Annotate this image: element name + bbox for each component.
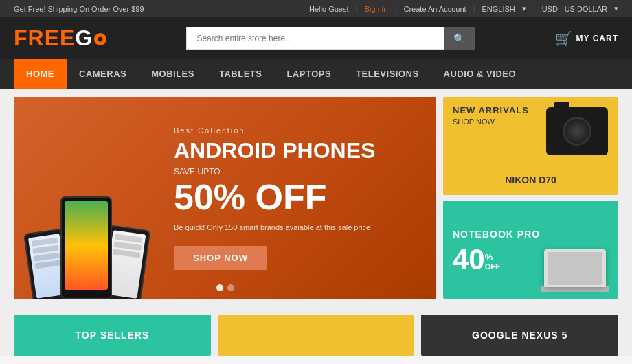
nav-tablets[interactable]: TABLETS (207, 59, 274, 89)
language-chevron: ▾ (522, 4, 526, 13)
logo-dot-icon (94, 33, 106, 45)
hero-title: ANDROID PHONES (174, 139, 375, 163)
search-input[interactable] (186, 27, 444, 50)
currency-selector[interactable]: USD - US DOLLAR (542, 5, 607, 13)
hero-banner: Best Collection ANDROID PHONES SAVE UPTO… (14, 97, 436, 299)
cart-area[interactable]: 🛒 MY CART (555, 30, 618, 47)
hero-save-text: SAVE UPTO (174, 167, 375, 177)
top-bar-right: Hello Guest | Sign In | Create An Accoun… (309, 4, 618, 13)
phone-center (60, 196, 112, 299)
bottom-section: TOP SELLERS GOOGLE NEXUS 5 (0, 308, 632, 356)
laptop-image (537, 237, 613, 292)
nav-laptops[interactable]: LAPTOPS (274, 59, 343, 89)
language-selector[interactable]: ENGLISH (482, 5, 515, 13)
promo-text: Get Free! Shipping On Order Over $99 (14, 5, 144, 13)
hero-description: Be quick! Only 150 smart brands avaiable… (174, 222, 375, 234)
hero-dot-1[interactable] (216, 284, 223, 291)
logo-free-text: FREE (14, 25, 75, 50)
discount-percent: % (485, 252, 500, 262)
bottom-card-nexus[interactable]: GOOGLE NEXUS 5 (421, 315, 618, 356)
cart-label: MY CART (576, 34, 618, 43)
notebook-title: NOTEBOOK PRO (453, 229, 540, 240)
search-button[interactable]: 🔍 (444, 27, 475, 50)
bottom-card-top-sellers[interactable]: TOP SELLERS (14, 315, 211, 356)
cart-icon-wrap: 🛒 MY CART (555, 30, 618, 47)
hero-text: Best Collection ANDROID PHONES SAVE UPTO… (146, 106, 396, 291)
camera-image (543, 104, 611, 159)
new-arrivals-shop-now[interactable]: SHOP NOW (453, 117, 495, 126)
navigation: HOME CAMERAS MOBILES TABLETS LAPTOPS TEL… (0, 59, 632, 89)
discount-off: OFF (485, 262, 500, 271)
main-content: Best Collection ANDROID PHONES SAVE UPTO… (0, 89, 632, 308)
phone-center-screen (65, 201, 108, 290)
currency-chevron: ▾ (614, 4, 618, 13)
panel-notebook: NOTEBOOK PRO 40 % OFF (443, 201, 618, 299)
notebook-text: NOTEBOOK PRO 40 % OFF (453, 229, 540, 274)
hero-subtitle: Best Collection (174, 126, 375, 135)
search-bar: 🔍 (186, 27, 475, 50)
sidebar-panels: NEW ARRIVALS SHOP NOW NIKON D70 NOTEBOOK… (443, 97, 618, 299)
logo[interactable]: FREEG (14, 25, 106, 51)
nav-audio-video[interactable]: AUDIO & VIDEO (431, 59, 528, 89)
nexus-label: GOOGLE NEXUS 5 (472, 330, 567, 341)
hero-cta-button[interactable]: SHOP NOW (174, 246, 267, 270)
hero-phones (14, 97, 146, 299)
hello-guest: Hello Guest (309, 5, 348, 13)
cart-icon: 🛒 (555, 30, 572, 47)
phone-group (27, 196, 146, 299)
discount-number: 40 (453, 245, 485, 274)
bottom-card-middle[interactable] (218, 315, 415, 356)
nav-televisions[interactable]: TELEVISIONS (343, 59, 431, 89)
logo-go-text: G (75, 25, 93, 50)
hero-dots (216, 284, 234, 291)
top-sellers-label: TOP SELLERS (75, 330, 149, 341)
nav-mobiles[interactable]: MOBILES (139, 59, 207, 89)
panel-new-arrivals: NEW ARRIVALS SHOP NOW NIKON D70 (443, 97, 618, 195)
header: FREEG 🔍 🛒 MY CART (0, 17, 632, 59)
signin-link[interactable]: Sign In (364, 5, 387, 13)
hero-discount: 50% OFF (174, 179, 375, 215)
nav-home[interactable]: HOME (14, 59, 67, 89)
hero-dot-2[interactable] (227, 284, 234, 291)
create-account-link[interactable]: Create An Account (404, 5, 466, 13)
top-bar: Get Free! Shipping On Order Over $99 Hel… (0, 0, 632, 17)
nav-cameras[interactable]: CAMERAS (67, 59, 139, 89)
notebook-discount: 40 % OFF (453, 245, 540, 274)
nikon-label: NIKON D70 (453, 174, 609, 185)
